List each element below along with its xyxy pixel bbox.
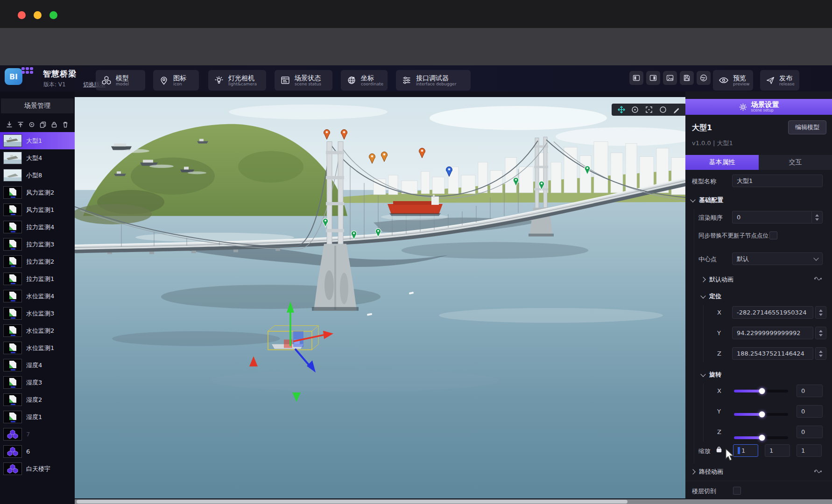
tab-interaction[interactable]: 交互 — [759, 155, 832, 170]
item-label: 水位监测3 — [26, 309, 54, 318]
list-item[interactable]: 水位监测1 — [0, 339, 75, 357]
rotate-tool-icon[interactable] — [631, 105, 639, 114]
item-thumbnail — [3, 428, 22, 441]
floor-cut-checkbox[interactable] — [733, 487, 741, 495]
app-version: 版本: V1 — [43, 81, 66, 89]
locate-icon[interactable] — [28, 121, 35, 128]
minimize-traffic-light[interactable] — [34, 11, 42, 19]
save-button[interactable] — [680, 71, 694, 85]
scale-x-input[interactable]: 1 — [733, 444, 758, 457]
tab-basic-properties[interactable]: 基本属性 — [685, 155, 759, 170]
export-icon[interactable] — [17, 121, 24, 128]
list-item[interactable]: 风力监测2 — [0, 184, 75, 201]
list-item[interactable]: 拉力监测4 — [0, 218, 75, 236]
base-config-section-header[interactable]: 基础配置 — [691, 196, 723, 204]
rotation-z-value[interactable]: 0 — [797, 426, 823, 438]
tool-label-en: icon — [173, 82, 186, 87]
list-item[interactable]: 拉力监测3 — [0, 236, 75, 253]
scale-tool-icon[interactable] — [645, 105, 653, 114]
item-thumbnail — [3, 273, 22, 285]
item-thumbnail — [3, 342, 22, 354]
preview-button[interactable]: 预览preview — [713, 70, 753, 91]
list-item[interactable]: 湿度4 — [0, 357, 75, 374]
list-item[interactable]: 拉力监测2 — [0, 253, 75, 270]
sidebar-title: 场景管理 — [1, 98, 74, 113]
list-item[interactable]: 湿度1 — [0, 408, 75, 426]
position-x-input[interactable] — [732, 306, 813, 319]
list-item[interactable]: 小型8 — [0, 167, 75, 184]
trash-icon[interactable] — [62, 121, 69, 128]
rotation-y-value[interactable]: 0 — [797, 405, 823, 418]
import-icon[interactable] — [6, 121, 13, 128]
tool-model-button[interactable]: 模型model — [96, 70, 145, 91]
tool-label-en: model — [116, 82, 129, 87]
toggle-left-panel-button[interactable] — [629, 71, 643, 85]
list-item[interactable]: 7 — [0, 426, 75, 443]
image-icon — [666, 74, 674, 82]
move-tool-icon[interactable] — [617, 105, 626, 114]
copy-icon[interactable] — [39, 121, 47, 128]
tool-light-camera-button[interactable]: 灯光相机light&camera — [208, 70, 266, 91]
position-y-input[interactable] — [732, 327, 813, 339]
position-x-spinner[interactable] — [815, 306, 826, 319]
list-item[interactable]: 6 — [0, 443, 75, 460]
close-traffic-light[interactable] — [18, 11, 26, 19]
position-z-input[interactable] — [732, 347, 813, 360]
viewport-3d[interactable] — [75, 97, 685, 498]
list-item[interactable]: 大型4 — [0, 149, 75, 167]
tool-interface-debugger-button[interactable]: 接口调试器interface debugger — [396, 70, 471, 91]
position-section-header[interactable]: 定位 — [701, 292, 721, 301]
item-label: 拉力监测2 — [26, 258, 54, 266]
lock-icon[interactable] — [50, 121, 58, 128]
edit-model-button[interactable]: 编辑模型 — [788, 120, 826, 134]
chevron-down-icon — [813, 255, 818, 260]
path-animation-row[interactable]: 路径动画 — [691, 468, 723, 476]
list-item[interactable]: 风力监测1 — [0, 201, 75, 218]
animation-curve-icon[interactable] — [814, 275, 822, 282]
rotation-y-slider[interactable] — [734, 413, 788, 416]
item-label: 湿度2 — [26, 396, 42, 404]
rotation-x-value[interactable]: 0 — [797, 385, 823, 397]
toggle-right-panel-button[interactable] — [646, 71, 660, 85]
scale-z-input[interactable]: 1 — [797, 444, 822, 457]
default-animation-row[interactable]: 默认动画 — [701, 275, 733, 284]
render-order-input[interactable]: 0 — [732, 211, 811, 224]
tool-scene-status-button[interactable]: 场景状态scene status — [275, 70, 332, 91]
list-item[interactable]: 大型1 — [0, 132, 75, 149]
list-item[interactable]: 水位监测3 — [0, 305, 75, 322]
selection-circle-tool-icon[interactable] — [659, 105, 667, 114]
position-y-spinner[interactable] — [815, 327, 826, 339]
model-name-input[interactable] — [732, 175, 823, 187]
render-order-spinner[interactable] — [811, 211, 823, 224]
item-label: 6 — [26, 448, 30, 455]
tool-icon-button[interactable]: 图标icon — [153, 70, 199, 91]
eye-icon — [719, 76, 729, 84]
tool-coordinate-button[interactable]: 坐标coordinate — [341, 70, 388, 91]
earth-button[interactable] — [697, 71, 711, 85]
position-z-spinner[interactable] — [815, 347, 826, 360]
list-item[interactable]: 水位监测4 — [0, 287, 75, 305]
animation-curve-icon[interactable] — [814, 468, 822, 475]
horizontal-scrollbar[interactable] — [75, 499, 832, 504]
rotation-x-slider[interactable] — [734, 390, 788, 392]
list-item[interactable]: 水位监测2 — [0, 322, 75, 339]
release-button[interactable]: 发布release — [760, 70, 799, 91]
list-item[interactable]: 湿度2 — [0, 391, 75, 408]
model-subtitle: v1.0.0 | 大型1 — [692, 139, 733, 147]
lock-icon[interactable] — [715, 446, 723, 453]
scale-y-input[interactable]: 1 — [765, 444, 790, 457]
list-item[interactable]: 拉力监测1 — [0, 270, 75, 287]
item-thumbnail — [3, 134, 22, 147]
rotation-z-slider[interactable] — [734, 436, 788, 439]
screenshot-button[interactable] — [663, 71, 677, 85]
paint-tool-icon[interactable] — [672, 105, 681, 114]
sync-replace-checkbox[interactable] — [769, 231, 777, 239]
list-item[interactable]: 湿度3 — [0, 374, 75, 391]
list-item[interactable]: 白天楼宇 — [0, 460, 75, 477]
center-point-select[interactable]: 默认 — [732, 252, 823, 265]
tool-label-zh: 图标 — [173, 74, 186, 82]
maximize-traffic-light[interactable] — [49, 11, 57, 19]
scene-manager-sidebar: 场景管理 大型1 大型4 小型8 风力监测2 — [0, 91, 75, 504]
scale-label: 缩放 — [698, 447, 711, 455]
rotation-section-header[interactable]: 旋转 — [701, 371, 721, 379]
